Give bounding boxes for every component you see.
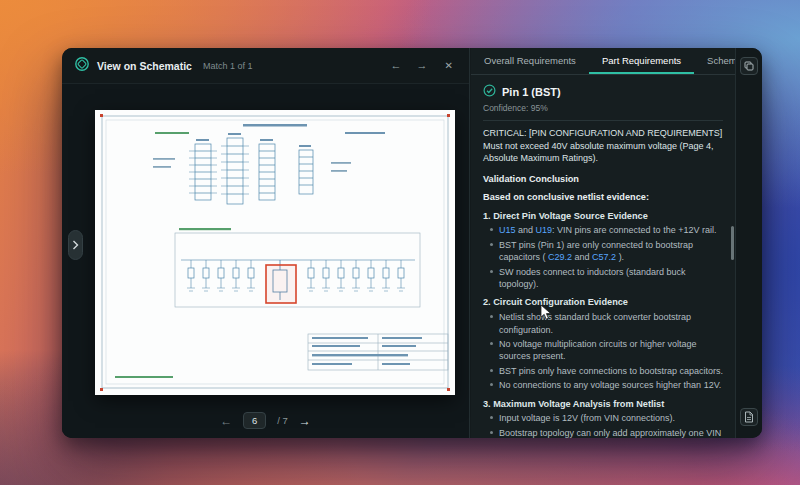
- pin-title: Pin 1 (BST): [502, 85, 561, 100]
- evidence-item: BST pins (Pin 1) are only connected to b…: [483, 239, 723, 264]
- evidence-item: Netlist shows standard buck converter bo…: [483, 311, 723, 336]
- page-total: / 7: [277, 415, 288, 426]
- confidence-label: Confidence: 95%: [483, 103, 723, 115]
- side-rail: [735, 48, 762, 438]
- bullet-dot: [490, 431, 493, 434]
- bullet-dot: [490, 383, 493, 386]
- check-circle-icon: [483, 84, 496, 100]
- bullet-dot: [490, 315, 493, 318]
- page-number-box[interactable]: 6: [243, 412, 266, 429]
- bullet-dot: [490, 243, 493, 246]
- tab-bar: Overall Requirements Part Requirements S…: [471, 48, 735, 75]
- evidence-item: SW nodes connect to inductors (standard …: [483, 266, 723, 291]
- match-next-button[interactable]: →: [413, 59, 432, 72]
- pin-header-row: Pin 1 (BST): [483, 84, 723, 100]
- netlist-link[interactable]: C29.2: [548, 252, 572, 262]
- bullet-dot: [490, 369, 493, 372]
- app-logo-icon: [74, 56, 90, 76]
- match-prev-button[interactable]: ←: [387, 59, 406, 72]
- sidebar-collapse-button[interactable]: [68, 230, 83, 260]
- chevron-right-icon: [72, 240, 79, 250]
- validation-heading: Validation Conclusion: [483, 173, 723, 186]
- page-prev-button[interactable]: ←: [220, 415, 232, 427]
- schematic-viewer: View on Schematic Match 1 of 1 ← → ✕: [62, 48, 470, 438]
- bullet-dot: [490, 416, 493, 419]
- copy-panel-button[interactable]: [740, 57, 758, 75]
- evidence-item: Bootstrap topology can only add approxim…: [483, 427, 723, 438]
- tab-schematics-chat[interactable]: Schematics Cha: [694, 48, 735, 74]
- highlighted-component: [266, 265, 296, 303]
- match-counter: Match 1 of 1: [203, 61, 253, 71]
- document-icon: [744, 411, 754, 423]
- section-heading: 3. Maximum Voltage Analysis from Netlist: [483, 398, 723, 411]
- tab-overall-requirements[interactable]: Overall Requirements: [471, 48, 589, 74]
- bullet-dot: [490, 270, 493, 273]
- app-window: View on Schematic Match 1 of 1 ← → ✕: [62, 48, 762, 438]
- close-button[interactable]: ✕: [441, 60, 457, 72]
- requirements-panel: Overall Requirements Part Requirements S…: [471, 48, 735, 438]
- viewer-title: View on Schematic: [97, 60, 192, 72]
- schematic-page: [95, 110, 455, 395]
- panel-content: Pin 1 (BST) Confidence: 95% CRITICAL: [P…: [471, 76, 735, 438]
- page-navigation: ← 6 / 7 →: [62, 412, 469, 429]
- evidence-item: No connections to any voltage sources hi…: [483, 379, 723, 391]
- evidence-item: BST pins only have connections to bootst…: [483, 365, 723, 377]
- schematic-drawing: [95, 110, 455, 395]
- evidence-item: No voltage multiplication circuits or hi…: [483, 338, 723, 363]
- copy-icon: [744, 61, 754, 71]
- scrollbar-thumb[interactable]: [731, 226, 734, 260]
- netlist-link[interactable]: U19: [536, 225, 553, 235]
- critical-requirement: CRITICAL: [PIN CONFIGURATION AND REQUIRE…: [483, 127, 723, 164]
- viewer-header: View on Schematic Match 1 of 1 ← → ✕: [62, 48, 469, 84]
- page-next-button[interactable]: →: [299, 415, 311, 427]
- bullet-dot: [490, 342, 493, 345]
- evidence-sections: 1. Direct Pin Voltage Source EvidenceU15…: [483, 210, 723, 438]
- section-heading: 2. Circuit Configuration Evidence: [483, 296, 723, 309]
- netlist-link[interactable]: U15: [499, 225, 516, 235]
- schematic-canvas[interactable]: [62, 84, 469, 438]
- evidence-item: Input voltage is 12V (from VIN connectio…: [483, 412, 723, 424]
- divider: [483, 120, 723, 121]
- section-heading: 1. Direct Pin Voltage Source Evidence: [483, 210, 723, 223]
- netlist-link[interactable]: C57.2: [592, 252, 616, 262]
- document-button[interactable]: [740, 408, 758, 426]
- bullet-dot: [490, 228, 493, 231]
- evidence-heading: Based on conclusive netlist evidence:: [483, 191, 723, 204]
- tab-part-requirements[interactable]: Part Requirements: [589, 48, 694, 74]
- evidence-item: U15 and U19: VIN pins are connected to t…: [483, 224, 723, 236]
